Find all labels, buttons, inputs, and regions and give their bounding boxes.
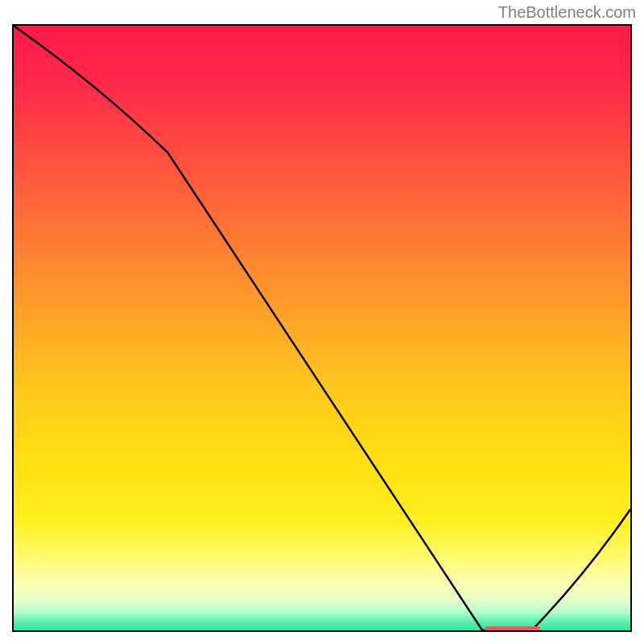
chart-plot-area bbox=[12, 24, 632, 632]
chart-curve-line bbox=[14, 26, 630, 630]
chart-curve-svg bbox=[14, 26, 630, 630]
watermark-text: TheBottleneck.com bbox=[498, 3, 636, 22]
chart-highlight-band bbox=[485, 626, 540, 632]
